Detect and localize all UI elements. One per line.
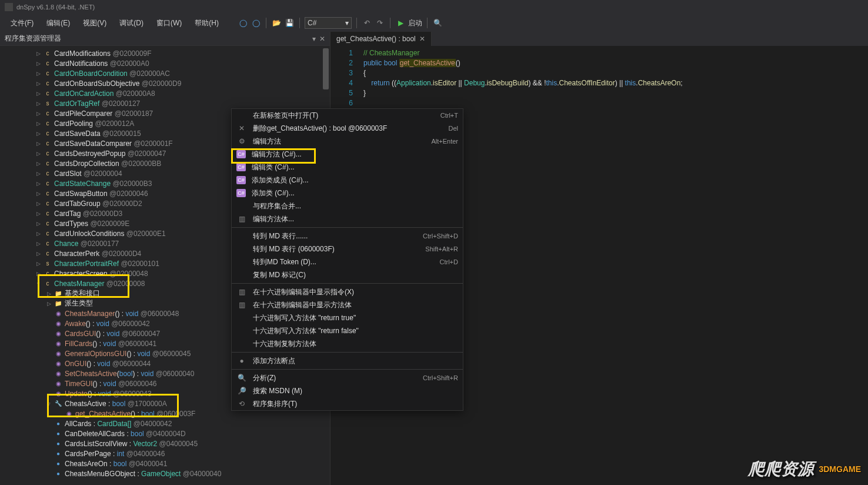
expand-icon[interactable]: ▿ (46, 401, 52, 407)
context-menu-item[interactable]: ✕删除get_CheatsActive() : bool @0600003FDe… (232, 122, 463, 135)
context-menu-item[interactable]: ▥编辑方法体... (232, 212, 463, 225)
context-menu-item[interactable]: C#编辑方法 (C#)... (232, 148, 463, 161)
tree-node[interactable]: ▷cCardNotifications @020000A0 (0, 58, 330, 68)
context-menu-item[interactable]: 🔎搜索 MSDN (M) (232, 384, 463, 397)
menu-item-icon: ▥ (236, 288, 247, 296)
redo-icon[interactable]: ↷ (375, 18, 385, 28)
context-menu-item[interactable]: ●添加方法断点 (232, 354, 463, 367)
tree-node[interactable]: ▷cCardOnCardAction @020000A8 (0, 88, 330, 98)
tree-node[interactable]: ▷cCardModifications @0200009F (0, 48, 330, 58)
panel-header: 程序集资源管理器 ▾ ✕ (0, 32, 330, 46)
context-menu-item[interactable]: C#添加类成员 (C#)... (232, 174, 463, 187)
tab-close-icon[interactable]: ✕ (419, 35, 425, 43)
expand-icon[interactable]: ▷ (35, 51, 41, 57)
separator (299, 18, 300, 28)
expand-icon[interactable]: ▷ (35, 61, 41, 67)
scrollbar-thumb[interactable] (323, 48, 329, 89)
tree-node[interactable]: ●AllCards : CardData[] @04000042 (0, 418, 330, 428)
menu-help[interactable]: 帮助(H) (189, 16, 225, 31)
menu-item-icon: C# (236, 189, 246, 197)
nav-fwd-icon[interactable]: ◯ (251, 18, 261, 28)
save-icon[interactable]: 💾 (284, 18, 295, 28)
language-combo[interactable]: C#▾ (305, 17, 352, 29)
expand-icon[interactable]: ▷ (35, 101, 41, 107)
nav-back-icon[interactable]: ◯ (238, 18, 248, 28)
expand-icon[interactable]: ▷ (35, 151, 41, 157)
node-icon: c (44, 49, 52, 58)
menu-edit[interactable]: 编辑(E) (41, 16, 76, 31)
expand-icon[interactable]: ▷ (35, 251, 41, 257)
title-bar: dnSpy v6.1.8 (64-bit, .NET) (0, 0, 868, 14)
expand-icon[interactable]: ▷ (46, 301, 52, 307)
context-menu-item[interactable]: 复制 MD 标记(C) (232, 268, 463, 281)
menu-view[interactable]: 视图(V) (77, 16, 112, 31)
context-menu-item[interactable]: 十六进制复制方法体 (232, 337, 463, 350)
tree-node[interactable]: ▷cCardOnBoardSubObjective @020000D9 (0, 78, 330, 88)
expand-icon[interactable]: ▷ (35, 231, 41, 237)
context-menu-item[interactable]: 转到 MD 表行......Ctrl+Shift+D (232, 230, 463, 242)
expand-icon[interactable]: ▷ (35, 261, 41, 267)
expand-icon[interactable]: ▷ (35, 191, 41, 197)
search-icon[interactable]: 🔍 (432, 18, 443, 28)
menu-file[interactable]: 文件(F) (5, 16, 39, 31)
tree-node[interactable]: ●CheatsAreOn : bool @04000041 (0, 459, 330, 469)
expand-icon[interactable]: ▷ (35, 241, 41, 247)
menu-debug[interactable]: 调试(D) (113, 16, 149, 31)
menu-window[interactable]: 窗口(W) (151, 16, 188, 31)
expand-icon[interactable]: ▷ (35, 171, 41, 177)
context-menu-item[interactable]: ▥在十六进制编辑器中显示方法体 (232, 298, 463, 311)
start-icon[interactable]: ▶ (395, 18, 406, 28)
prop: isEditor (433, 79, 456, 87)
tree-node[interactable]: ●CardsListScrollView : Vector2 @04000045 (0, 439, 330, 449)
expand-icon[interactable]: ▷ (46, 291, 52, 297)
menu-item-label: 搜索 MSDN (M) (253, 386, 452, 396)
context-menu-item[interactable]: C#添加类 (C#)... (232, 187, 463, 200)
expand-icon[interactable]: ▷ (35, 181, 41, 187)
context-menu-item[interactable]: 与程序集合并... (232, 200, 463, 212)
context-menu-item[interactable]: 转到MD Token (D)...Ctrl+D (232, 255, 463, 268)
tree-node[interactable]: ▷sCardOrTagRef @02000127 (0, 98, 330, 108)
context-menu-item[interactable]: 十六进制写入方法体 "return true" (232, 311, 463, 324)
panel-close-icon[interactable]: ✕ (319, 35, 325, 43)
expand-icon[interactable]: ▷ (35, 91, 41, 97)
node-icon: ● (54, 440, 62, 448)
expand-icon[interactable]: ▷ (35, 111, 41, 117)
tree-node[interactable]: ●CanDeleteAllCards : bool @0400004D (0, 428, 330, 439)
undo-icon[interactable]: ↶ (362, 18, 372, 28)
context-menu-item[interactable]: C#编辑类 (C#)... (232, 161, 463, 174)
node-icon: ● (54, 450, 62, 458)
context-menu-item[interactable]: ⟲程序集排序(T) (232, 397, 463, 410)
node-icon: ◉ (54, 350, 62, 358)
node-icon: c (44, 59, 52, 68)
context-menu-item[interactable]: ⚙编辑方法Alt+Enter (232, 135, 463, 148)
expand-icon[interactable]: ▷ (35, 161, 41, 167)
open-icon[interactable]: 📂 (271, 18, 282, 28)
expand-icon[interactable]: ▷ (35, 271, 41, 277)
expand-icon[interactable]: ▷ (35, 81, 41, 87)
node-icon: c (44, 180, 52, 188)
context-menu-item[interactable]: 十六进制写入方法体 "return false" (232, 324, 463, 337)
expand-icon[interactable]: ▷ (35, 121, 41, 127)
expand-icon[interactable]: ▷ (35, 211, 41, 217)
menu-item-icon: ✕ (236, 124, 247, 132)
node-icon: c (44, 109, 52, 118)
tree-node[interactable]: ▷cCardOnBoardCondition @020000AC (0, 68, 330, 78)
separator (356, 18, 357, 28)
context-menu-item[interactable]: 在新标签页中打开(T)Ctrl+T (232, 109, 463, 122)
tab-active[interactable]: get_CheatsActive() : bool ✕ (330, 32, 432, 46)
context-menu-item[interactable]: 🔍分析(Z)Ctrl+Shift+R (232, 371, 463, 384)
context-menu-item[interactable]: 转到 MD 表行 (0600003F)Shift+Alt+R (232, 242, 463, 255)
context-menu[interactable]: 在新标签页中打开(T)Ctrl+T✕删除get_CheatsActive() :… (231, 108, 463, 411)
expand-icon[interactable]: ▷ (35, 71, 41, 77)
expand-icon[interactable]: ▷ (35, 131, 41, 137)
expand-icon[interactable]: ▷ (35, 141, 41, 147)
expand-icon[interactable]: ▷ (35, 221, 41, 227)
expand-icon[interactable]: ▷ (35, 201, 41, 207)
start-label[interactable]: 启动 (408, 18, 422, 28)
tree-node[interactable]: ●CardsPerPage : int @04000046 (0, 449, 330, 459)
panel-dropdown-icon[interactable]: ▾ (312, 35, 316, 43)
context-menu-item[interactable]: ▥在十六进制编辑器中显示指令(X) (232, 285, 463, 298)
kw: public (363, 59, 382, 67)
tree-node[interactable]: ●CheatsMenuBGObject : GameObject @040000… (0, 469, 330, 479)
expand-icon[interactable]: ▿ (35, 281, 41, 287)
